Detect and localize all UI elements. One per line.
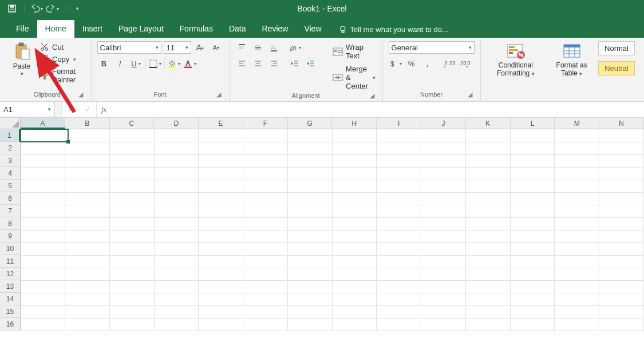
cell[interactable] — [421, 180, 466, 192]
cell[interactable] — [377, 167, 421, 180]
column-header[interactable]: N — [599, 118, 644, 129]
cell[interactable] — [332, 142, 377, 154]
align-right-button[interactable] — [267, 57, 281, 70]
cell[interactable] — [421, 167, 466, 180]
cell[interactable] — [599, 205, 644, 217]
cell[interactable] — [377, 142, 421, 154]
cell[interactable] — [465, 205, 510, 217]
cell[interactable] — [287, 205, 332, 217]
cell[interactable] — [510, 167, 555, 180]
cell[interactable] — [332, 129, 377, 142]
cell[interactable] — [21, 217, 65, 230]
tab-file[interactable]: File — [8, 20, 37, 38]
cell[interactable] — [465, 230, 510, 242]
cell[interactable] — [199, 268, 243, 280]
cell[interactable] — [21, 154, 65, 167]
cell[interactable] — [65, 167, 110, 180]
column-header[interactable]: G — [288, 118, 333, 129]
cell[interactable] — [287, 280, 332, 293]
cell[interactable] — [199, 129, 243, 142]
cell[interactable] — [332, 180, 377, 192]
cell[interactable] — [199, 293, 243, 305]
row-header[interactable]: 12 — [0, 268, 20, 280]
cell[interactable] — [332, 242, 377, 255]
cell[interactable] — [65, 318, 110, 331]
align-bottom-button[interactable] — [267, 41, 281, 54]
decrease-indent-button[interactable] — [288, 57, 302, 70]
cell[interactable] — [109, 293, 154, 305]
cell[interactable] — [287, 129, 332, 142]
decrease-decimal-button[interactable]: .00.0 — [457, 57, 471, 70]
name-box[interactable]: A1 ▾ — [0, 102, 55, 117]
cell[interactable] — [377, 180, 421, 192]
cell[interactable] — [199, 217, 243, 230]
row-header[interactable]: 4 — [0, 167, 20, 180]
cell[interactable] — [332, 280, 377, 293]
row-header[interactable]: 13 — [0, 280, 20, 293]
paste-button[interactable]: Paste ▾ — [9, 41, 34, 78]
font-name-combo[interactable]: Calibri▾ — [97, 41, 161, 54]
cell[interactable] — [421, 305, 466, 318]
cell[interactable] — [421, 318, 466, 331]
undo-button[interactable]: ▾ — [30, 2, 43, 15]
cell[interactable] — [109, 217, 154, 230]
cell[interactable] — [599, 268, 644, 280]
cell[interactable] — [287, 268, 332, 280]
cell[interactable] — [154, 167, 199, 180]
cell[interactable] — [377, 255, 421, 268]
font-color-button[interactable]: A — [183, 57, 197, 70]
cell[interactable] — [599, 305, 644, 318]
column-header[interactable]: I — [377, 118, 421, 129]
cell[interactable] — [109, 242, 154, 255]
save-button[interactable] — [6, 2, 18, 15]
cell[interactable] — [377, 217, 421, 230]
cell[interactable] — [510, 242, 555, 255]
column-header[interactable]: L — [511, 118, 555, 129]
cell[interactable] — [287, 255, 332, 268]
cell[interactable] — [287, 142, 332, 154]
number-format-combo[interactable]: General▾ — [389, 41, 475, 54]
column-header[interactable]: A — [21, 118, 65, 129]
cell[interactable] — [243, 242, 288, 255]
cell[interactable] — [421, 242, 466, 255]
cell[interactable] — [599, 255, 644, 268]
cell[interactable] — [243, 142, 288, 154]
cell[interactable] — [599, 242, 644, 255]
cell[interactable] — [65, 230, 110, 242]
cell[interactable] — [377, 205, 421, 217]
row-header[interactable]: 16 — [0, 318, 20, 331]
accounting-format-button[interactable]: $ — [389, 57, 402, 70]
cell[interactable] — [109, 180, 154, 192]
column-header[interactable]: J — [421, 118, 466, 129]
row-header[interactable]: 11 — [0, 255, 20, 268]
bold-button[interactable]: B — [97, 57, 111, 70]
cell[interactable] — [555, 268, 599, 280]
row-header[interactable]: 6 — [0, 192, 20, 205]
cell[interactable] — [510, 293, 555, 305]
column-header[interactable]: D — [154, 118, 199, 129]
cell[interactable] — [243, 129, 288, 142]
column-header[interactable]: M — [555, 118, 599, 129]
row-header[interactable]: 7 — [0, 205, 20, 217]
cell[interactable] — [199, 180, 243, 192]
cell[interactable] — [243, 305, 288, 318]
spreadsheet-grid[interactable]: ABCDEFGHIJKLMN 12345678910111213141516 — [0, 118, 644, 362]
cell[interactable] — [332, 230, 377, 242]
cell[interactable] — [154, 180, 199, 192]
column-header[interactable]: B — [65, 118, 110, 129]
cell[interactable] — [377, 305, 421, 318]
column-headers[interactable]: ABCDEFGHIJKLMN — [21, 118, 644, 129]
decrease-font-button[interactable]: A▾ — [210, 41, 223, 54]
cell[interactable] — [287, 217, 332, 230]
cell[interactable] — [555, 293, 599, 305]
cell[interactable] — [65, 280, 110, 293]
merge-center-button[interactable]: Merge & Center ▾ — [331, 64, 376, 91]
cell[interactable] — [243, 180, 288, 192]
cell[interactable] — [109, 230, 154, 242]
cell[interactable] — [465, 129, 510, 142]
cell[interactable] — [465, 142, 510, 154]
cell[interactable] — [21, 230, 65, 242]
cell[interactable] — [287, 154, 332, 167]
row-header[interactable]: 5 — [0, 180, 20, 192]
cell[interactable] — [199, 142, 243, 154]
